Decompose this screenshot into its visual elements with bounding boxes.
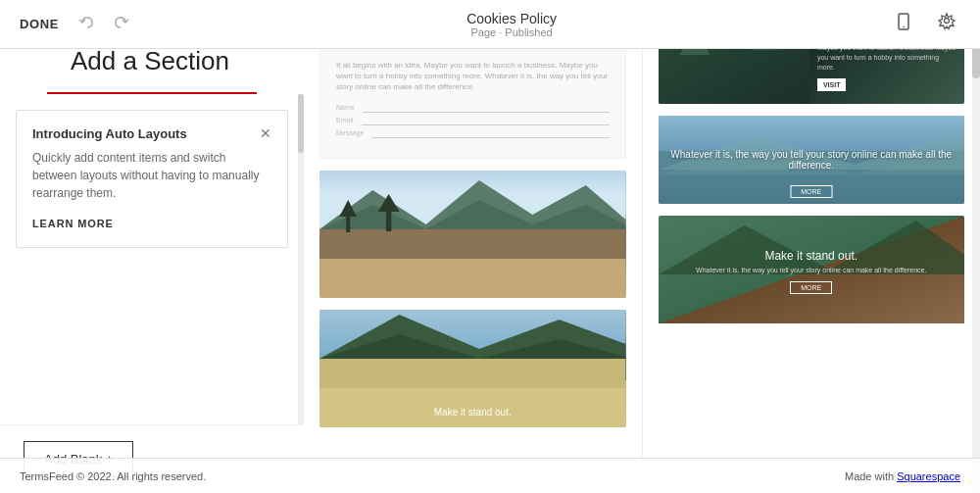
add-section-panel: Close Add a Section Introducing Auto Lay… (0, 0, 304, 493)
visit-btn: VISIT (817, 78, 847, 92)
svg-rect-9 (319, 259, 626, 298)
squarespace-link[interactable]: Squarespace (897, 470, 960, 482)
preview-text-body: It all begins with an idea. Maybe you wa… (336, 60, 610, 93)
page-status: Page · Published (466, 26, 557, 38)
footer-bar: TermsFeed © 2022. All rights reserved. M… (0, 458, 980, 493)
form-row-3: Message (336, 128, 610, 138)
whatever-text: Whatever it is, the way you tell your st… (670, 149, 954, 171)
mountain-image-1 (319, 171, 626, 298)
card-close-button[interactable]: ✕ (260, 126, 271, 140)
form-label-2: Email (336, 117, 354, 123)
toolbar-right (890, 8, 960, 40)
card-description: Quickly add content items and switch bet… (32, 149, 271, 202)
svg-rect-10 (346, 215, 350, 232)
page-title: Cookies Policy (466, 11, 557, 26)
toolbar-left: DONE (20, 11, 133, 38)
svg-point-2 (945, 19, 950, 24)
footer-made-with: Made with Squarespace (845, 470, 960, 482)
toolbar-arrows (74, 11, 133, 38)
form-label-3: Message (336, 129, 364, 136)
done-button[interactable]: DONE (20, 17, 59, 31)
section-preview-blue-mountains[interactable]: Whatever it is, the way you tell your st… (659, 116, 965, 204)
panel-scrollbar-thumb[interactable] (298, 94, 304, 153)
form-label-1: Name (336, 104, 355, 111)
section-col-1: Make it stand out. It all begins with an… (304, 0, 642, 493)
whatever-btn: MORE (790, 185, 832, 198)
form-field-3 (371, 128, 609, 138)
learn-more-button[interactable]: LEARN MORE (32, 218, 114, 229)
panel-scrollbar-track[interactable] (298, 94, 304, 424)
panel-title: Add a Section (47, 42, 257, 94)
outdoor-2-overlay: Make it stand out. Whatever it is, the w… (659, 216, 965, 327)
undo-button[interactable] (74, 11, 100, 38)
section-browser: Make it stand out. It all begins with an… (304, 0, 980, 493)
form-row-1: Name (336, 103, 610, 113)
card-title: Introducing Auto Layouts (32, 126, 187, 141)
footer-copyright: TermsFeed © 2022. All rights reserved. (20, 470, 206, 482)
form-row-2: Email (336, 116, 610, 125)
outdoor-2-title: Make it stand out. (764, 249, 858, 263)
card-header: Introducing Auto Layouts ✕ (32, 126, 271, 141)
form-field-2 (362, 116, 610, 125)
right-scrollbar-track[interactable] (972, 0, 980, 493)
blue-mountains-image: Whatever it is, the way you tell your st… (659, 116, 965, 204)
svg-point-1 (903, 26, 905, 28)
outdoor-2-btn: MORE (790, 281, 832, 294)
toolbar-center: Cookies Policy Page · Published (466, 11, 557, 38)
section-col-2: It all begins with an idea. Maybe you wa… (642, 0, 981, 493)
outdoor-overlay-text: Make it stand out. (319, 407, 626, 418)
svg-rect-12 (386, 210, 391, 231)
section-preview-outdoor[interactable]: Make it stand out. (319, 310, 626, 427)
settings-button[interactable] (933, 8, 960, 40)
section-preview-outdoor-2[interactable]: Make it stand out. Whatever it is, the w… (659, 216, 965, 327)
redo-button[interactable] (108, 11, 133, 38)
panel-body: Introducing Auto Layouts ✕ Quickly add c… (0, 94, 304, 424)
toolbar: DONE Cookies Policy Page · Published (0, 0, 980, 49)
auto-layouts-card: Introducing Auto Layouts ✕ Quickly add c… (16, 110, 288, 248)
form-field-1 (363, 103, 610, 113)
preview-form-rows: Name Email Message (336, 103, 610, 138)
mobile-preview-button[interactable] (890, 8, 917, 40)
section-preview-mountain[interactable] (319, 171, 626, 298)
outdoor-2-body: Whatever it is, the way you tell your st… (680, 267, 942, 273)
